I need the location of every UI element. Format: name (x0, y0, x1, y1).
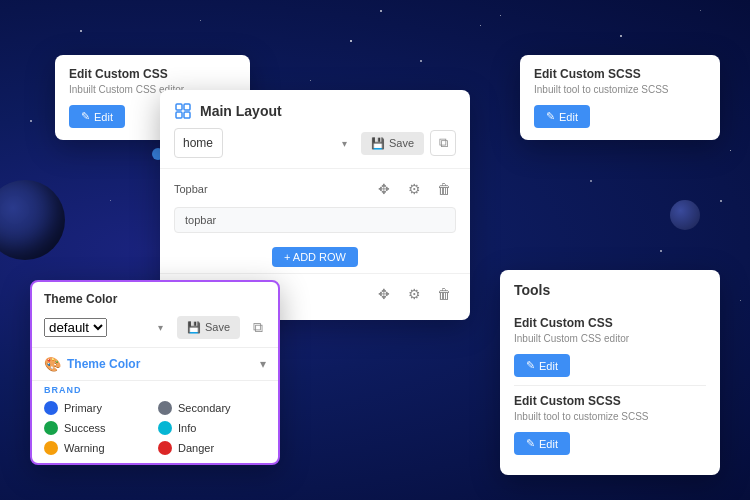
success-dot (44, 421, 58, 435)
mainnav-move-button[interactable]: ✥ (372, 282, 396, 306)
tool-scss-title: Edit Custom SCSS (514, 394, 706, 408)
topbar-section: Topbar ✥ ⚙ 🗑 topbar (160, 168, 470, 241)
brand-label: BRAND (32, 381, 278, 401)
theme-color-row[interactable]: 🎨 Theme Color ▾ (32, 347, 278, 380)
tool-css-edit-button[interactable]: ✎ Edit (514, 354, 570, 377)
tool-scss-edit-button[interactable]: ✎ Edit (514, 432, 570, 455)
layout-icon (174, 102, 192, 120)
theme-palette-icon: 🎨 (44, 356, 61, 372)
edit-icon: ✎ (81, 110, 90, 123)
svg-rect-1 (184, 104, 190, 110)
save-icon: 💾 (371, 137, 385, 150)
svg-rect-2 (176, 112, 182, 118)
theme-select[interactable]: default (44, 318, 107, 337)
tools-title: Tools (514, 282, 706, 298)
primary-dot (44, 401, 58, 415)
theme-chevron-icon: ▾ (260, 357, 266, 371)
topbar-delete-button[interactable]: 🗑 (432, 177, 456, 201)
copy-icon: ⧉ (439, 135, 448, 151)
tool-css-desc: Inbuilt Custom CSS editor (514, 333, 706, 344)
theme-card-title: Theme Color (44, 292, 117, 306)
select-arrow-icon: ▾ (342, 138, 347, 149)
main-layout-toolbar: home ▾ 💾 Save ⧉ (160, 128, 470, 168)
brand-section: BRAND Primary Secondary Success Info War… (32, 380, 278, 463)
add-row-container: + ADD ROW (160, 241, 470, 273)
topbar-move-button[interactable]: ✥ (372, 177, 396, 201)
color-success: Success (44, 421, 152, 435)
mainnav-actions: ✥ ⚙ 🗑 (372, 282, 456, 306)
topbar-value: topbar (174, 207, 456, 233)
tool-item-scss: Edit Custom SCSS Inbuilt tool to customi… (514, 385, 706, 463)
scss-top-edit-button[interactable]: ✎ Edit (534, 105, 590, 128)
svg-rect-3 (184, 112, 190, 118)
color-primary: Primary (44, 401, 152, 415)
secondary-dot (158, 401, 172, 415)
theme-save-icon: 💾 (187, 321, 201, 334)
color-warning: Warning (44, 441, 152, 455)
main-layout-header: Main Layout (160, 90, 470, 128)
topbar-section-label: Topbar ✥ ⚙ 🗑 (174, 177, 456, 201)
css-top-edit-button[interactable]: ✎ Edit (69, 105, 125, 128)
layout-save-button[interactable]: 💾 Save (361, 132, 424, 155)
card-tools: Tools Edit Custom CSS Inbuilt Custom CSS… (500, 270, 720, 475)
mainnav-delete-button[interactable]: 🗑 (432, 282, 456, 306)
theme-save-button[interactable]: 💾 Save (177, 316, 240, 339)
color-danger: Danger (158, 441, 266, 455)
theme-copy-button[interactable]: ⧉ (246, 315, 270, 339)
topbar-settings-button[interactable]: ⚙ (402, 177, 426, 201)
svg-rect-0 (176, 104, 182, 110)
planet-small-decoration (670, 200, 700, 230)
layout-copy-button[interactable]: ⧉ (430, 130, 456, 156)
mainnav-settings-button[interactable]: ⚙ (402, 282, 426, 306)
card-theme-color: Theme Color default ▾ 💾 Save ⧉ 🎨 Theme C… (30, 280, 280, 465)
css-top-title: Edit Custom CSS (69, 67, 236, 81)
tool-css-title: Edit Custom CSS (514, 316, 706, 330)
topbar-actions: ✥ ⚙ 🗑 (372, 177, 456, 201)
color-secondary: Secondary (158, 401, 266, 415)
tool-item-css: Edit Custom CSS Inbuilt Custom CSS edito… (514, 308, 706, 385)
tool-scss-desc: Inbuilt tool to customize SCSS (514, 411, 706, 422)
main-layout-title: Main Layout (200, 103, 282, 119)
layout-select[interactable]: home (174, 128, 223, 158)
scss-top-desc: Inbuilt tool to customize SCSS (534, 84, 706, 95)
scss-top-title: Edit Custom SCSS (534, 67, 706, 81)
edit-icon-2: ✎ (546, 110, 555, 123)
card-scss-top: Edit Custom SCSS Inbuilt tool to customi… (520, 55, 720, 140)
add-row-button[interactable]: + ADD ROW (272, 247, 358, 267)
tool-edit-icon-2: ✎ (526, 437, 535, 450)
danger-dot (158, 441, 172, 455)
layout-select-wrapper: home ▾ (174, 128, 355, 158)
color-info: Info (158, 421, 266, 435)
tool-edit-icon-1: ✎ (526, 359, 535, 372)
color-grid: Primary Secondary Success Info Warning D… (32, 401, 278, 463)
theme-select-arrow: ▾ (158, 322, 163, 333)
info-dot (158, 421, 172, 435)
theme-select-wrapper: default ▾ (44, 318, 171, 337)
theme-color-label-row: 🎨 Theme Color (44, 356, 140, 372)
warning-dot (44, 441, 58, 455)
